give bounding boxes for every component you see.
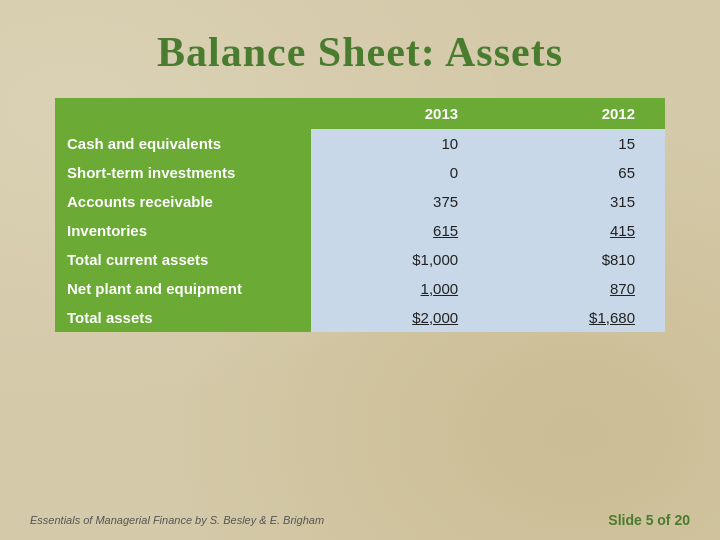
row-val-2013: 1,000 bbox=[311, 274, 488, 303]
row-val-2012: $810 bbox=[488, 245, 665, 274]
col-header-2013: 2013 bbox=[311, 98, 488, 129]
footer: Essentials of Managerial Finance by S. B… bbox=[30, 512, 690, 528]
row-val-2013: 10 bbox=[311, 129, 488, 158]
table-row: Cash and equivalents1015 bbox=[55, 129, 665, 158]
row-label: Total current assets bbox=[55, 245, 311, 274]
row-label: Cash and equivalents bbox=[55, 129, 311, 158]
row-label: Total assets bbox=[55, 303, 311, 332]
balance-sheet-table: 2013 2012 Cash and equivalents1015Short-… bbox=[55, 98, 665, 332]
col-header-2012: 2012 bbox=[488, 98, 665, 129]
footer-slide-number: Slide 5 of 20 bbox=[608, 512, 690, 528]
row-val-2013: 375 bbox=[311, 187, 488, 216]
table-row: Short-term investments065 bbox=[55, 158, 665, 187]
row-label: Net plant and equipment bbox=[55, 274, 311, 303]
row-val-2012: 15 bbox=[488, 129, 665, 158]
row-val-2013: 0 bbox=[311, 158, 488, 187]
row-label: Inventories bbox=[55, 216, 311, 245]
row-val-2012: 870 bbox=[488, 274, 665, 303]
row-val-2013: $2,000 bbox=[311, 303, 488, 332]
row-val-2012: 65 bbox=[488, 158, 665, 187]
table-row: Inventories615415 bbox=[55, 216, 665, 245]
row-val-2012: 315 bbox=[488, 187, 665, 216]
footer-attribution: Essentials of Managerial Finance by S. B… bbox=[30, 514, 324, 526]
row-val-2012: $1,680 bbox=[488, 303, 665, 332]
table-row: Total assets$2,000$1,680 bbox=[55, 303, 665, 332]
row-val-2013: 615 bbox=[311, 216, 488, 245]
table-row: Net plant and equipment1,000870 bbox=[55, 274, 665, 303]
page-title: Balance Sheet: Assets bbox=[0, 0, 720, 98]
table-row: Total current assets$1,000$810 bbox=[55, 245, 665, 274]
row-val-2012: 415 bbox=[488, 216, 665, 245]
row-label: Short-term investments bbox=[55, 158, 311, 187]
col-header-label bbox=[55, 98, 311, 129]
table-row: Accounts receivable375315 bbox=[55, 187, 665, 216]
table-header-row: 2013 2012 bbox=[55, 98, 665, 129]
row-label: Accounts receivable bbox=[55, 187, 311, 216]
row-val-2013: $1,000 bbox=[311, 245, 488, 274]
